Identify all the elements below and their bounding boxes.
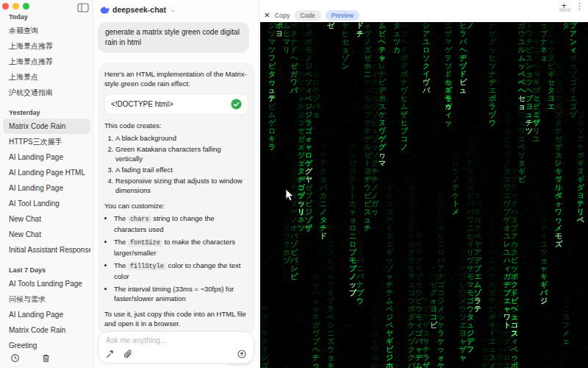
text: The — [114, 214, 128, 222]
assistant-intro: Here's an HTML implementation of the Mat… — [104, 69, 248, 88]
customize-item: The chars string to change the character… — [114, 213, 248, 234]
history-section-label: Last 7 Days — [3, 263, 90, 276]
creates-list: A black background Green Katakana charac… — [115, 133, 248, 195]
text: The interval timing (33ms = ~30fps) for … — [114, 285, 234, 302]
text: The — [114, 261, 128, 269]
matrix-rain-canvas — [260, 22, 588, 368]
creates-item: Responsive sizing that adjusts to window… — [115, 176, 248, 195]
zoom-window-button[interactable] — [23, 3, 29, 10]
chat-history-list: Today 余额查询 上海景点推荐 上海景点推荐 上海景点 沪杭交通指南 Yes… — [3, 10, 90, 353]
send-button-icon[interactable] — [237, 350, 246, 358]
inline-code: chars — [128, 216, 151, 223]
tab-code[interactable]: Code — [294, 10, 320, 21]
sidebar-footer — [9, 353, 93, 365]
close-preview-icon[interactable]: ✕ — [264, 10, 270, 21]
message-list: generate a matrix style green code digit… — [98, 22, 255, 368]
creates-item: A fading trail effect — [115, 165, 248, 174]
chat-panel: deepseek-chat ⌄ generate a matrix style … — [94, 0, 259, 368]
history-item[interactable]: 上海景点推荐 — [3, 54, 90, 69]
tools-hammer-icon[interactable] — [106, 350, 115, 358]
history-item[interactable]: 沪杭交通指南 — [3, 85, 90, 100]
assistant-message: Here's an HTML implementation of the Mat… — [98, 63, 255, 336]
history-item-selected[interactable]: Matrix Code Rain — [3, 118, 90, 134]
history-section-label: Yesterday — [3, 106, 90, 118]
history-item[interactable]: New Chat — [3, 211, 90, 227]
history-item[interactable]: Initial Assistant Response — [3, 242, 90, 258]
success-check-icon — [231, 99, 242, 110]
artifact-language-label: html — [559, 7, 570, 13]
code-artifact-card[interactable]: <!DOCTYPE html> — [104, 93, 248, 115]
deepseek-logo-icon — [100, 5, 110, 15]
history-item[interactable]: Greeting — [3, 338, 90, 353]
model-selector[interactable]: deepseek-chat ⌄ — [100, 3, 176, 16]
creates-item: A black background — [115, 133, 248, 143]
traffic-lights — [2, 3, 29, 10]
history-item[interactable]: 上海景点推荐 — [3, 38, 90, 54]
inline-code: fillStyle — [128, 263, 166, 270]
chevron-down-icon: ⌄ — [170, 6, 176, 13]
history-item[interactable]: 余额查询 — [3, 23, 90, 38]
chat-input-box[interactable] — [98, 331, 254, 364]
user-message: generate a matrix style green code digit… — [98, 22, 249, 53]
preview-toolbar: ✕ Copy Code Preview — [264, 10, 584, 21]
artifact-label: <!DOCTYPE html> — [111, 99, 173, 109]
assistant-outro: To use it, just copy this code into an H… — [104, 309, 248, 328]
sidebar: Today 余额查询 上海景点推荐 上海景点推荐 上海景点 沪杭交通指南 Yes… — [0, 0, 93, 368]
history-item[interactable]: AI Tools Landing Page — [3, 276, 90, 291]
history-item[interactable]: AI Landing Page — [3, 149, 90, 165]
creates-item: Green Katakana characters falling vertic… — [115, 144, 248, 163]
customize-item: The fontSize to make the characters larg… — [114, 237, 248, 258]
minimize-window-button[interactable] — [12, 3, 19, 10]
history-item[interactable]: 上海景点 — [3, 69, 90, 85]
artifact-preview-panel: + ⋮ ✕ Copy Code Preview html — [259, 0, 588, 368]
history-item[interactable]: Matrix Code Rain — [3, 322, 90, 338]
history-item[interactable]: AI Landing Page — [3, 307, 90, 322]
history-item[interactable]: New Chat — [3, 227, 90, 242]
input-tools — [106, 350, 132, 358]
trash-icon[interactable] — [41, 353, 51, 363]
history-item[interactable]: AI Tool Landing — [3, 196, 90, 211]
customize-item: The interval timing (33ms = ~30fps) for … — [114, 284, 248, 303]
sync-icon[interactable] — [10, 353, 20, 363]
customize-item: The fillStyle color to change the text c… — [114, 261, 248, 281]
history-item[interactable]: AI Landing Page HTML — [3, 165, 90, 180]
customize-heading: You can customize: — [104, 201, 248, 210]
attachment-paperclip-icon[interactable] — [123, 350, 132, 358]
history-section-label: Today — [3, 10, 90, 23]
tab-preview[interactable]: Preview — [326, 10, 359, 21]
chat-input[interactable] — [106, 336, 246, 344]
creates-heading: This code creates: — [104, 121, 248, 130]
customize-list: The chars string to change the character… — [114, 213, 248, 303]
close-window-button[interactable] — [2, 3, 9, 10]
history-item[interactable]: HTTPS三次握手 — [3, 134, 90, 149]
history-item[interactable]: 问候与需求 — [3, 291, 90, 307]
history-item[interactable]: AI Landing Page — [3, 180, 90, 196]
text: The — [114, 238, 128, 246]
app-window: Today 余额查询 上海景点推荐 上海景点推荐 上海景点 沪杭交通指南 Yes… — [0, 0, 588, 368]
model-name: deepseek-chat — [112, 5, 166, 14]
inline-code: fontSize — [128, 239, 162, 247]
copy-code-button[interactable]: Copy — [274, 12, 290, 19]
